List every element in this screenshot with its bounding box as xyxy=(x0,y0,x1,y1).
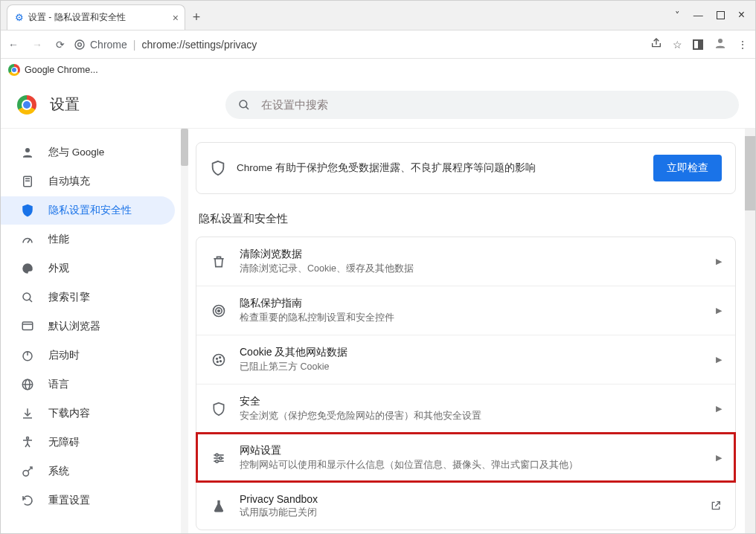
privacy-row-security[interactable]: 安全安全浏览（保护您免受危险网站的侵害）和其他安全设置▶ xyxy=(196,384,735,433)
privacy-row-cookies[interactable]: Cookie 及其他网站数据已阻止第三方 Cookie▶ xyxy=(196,335,735,384)
sidebar-item-search[interactable]: 搜索引擎 xyxy=(1,283,175,312)
chevron-right-icon: ▶ xyxy=(716,404,722,414)
privacy-icon xyxy=(20,204,35,217)
nav-forward-icon: → xyxy=(32,39,42,51)
svg-point-23 xyxy=(218,309,220,312)
sidebar-item-you[interactable]: 您与 Google xyxy=(1,138,175,167)
nav-back-icon[interactable]: ← xyxy=(8,39,19,51)
chrome-badge-icon xyxy=(74,39,86,51)
chevron-right-icon: ▶ xyxy=(716,453,722,463)
window-close-icon[interactable]: × xyxy=(738,8,745,22)
appearance-icon xyxy=(20,262,35,275)
search-input[interactable] xyxy=(260,98,727,112)
sidebar-item-label: 外观 xyxy=(48,262,69,275)
language-icon xyxy=(20,378,35,391)
guide-icon xyxy=(210,303,228,318)
sidebar-item-startup[interactable]: 启动时 xyxy=(1,341,175,370)
shield-icon xyxy=(210,160,226,176)
sidebar-item-label: 重置设置 xyxy=(48,494,90,507)
svg-point-34 xyxy=(216,460,218,462)
privacy-row-guide[interactable]: 隐私保护指南检查重要的隐私控制设置和安全控件▶ xyxy=(196,286,735,335)
sidebar-item-autofill[interactable]: 自动填充 xyxy=(1,167,175,196)
system-icon xyxy=(20,465,35,478)
sidebar-item-a11y[interactable]: 无障碍 xyxy=(1,428,175,457)
bookmark-item[interactable]: Google Chrome... xyxy=(25,65,98,75)
window-titlebar: ⚙ 设置 - 隐私设置和安全性 × + ˅ — × xyxy=(1,1,755,30)
browser-tab-settings[interactable]: ⚙ 设置 - 隐私设置和安全性 × xyxy=(7,4,185,30)
sidebar-item-label: 搜索引擎 xyxy=(48,291,90,304)
safety-banner-text: Chrome 有助于保护您免受数据泄露、不良扩展程序等问题的影响 xyxy=(237,161,536,175)
svg-point-2 xyxy=(718,39,723,43)
chevron-down-icon[interactable]: ˅ xyxy=(675,10,680,21)
svg-point-20 xyxy=(23,471,29,477)
profile-avatar-icon[interactable] xyxy=(714,36,727,52)
main-scrollbar[interactable] xyxy=(745,129,755,533)
chevron-right-icon: ▶ xyxy=(716,355,722,364)
kebab-menu-icon[interactable]: ⋮ xyxy=(737,39,748,51)
sidebar-item-system[interactable]: 系统 xyxy=(1,457,175,486)
chevron-right-icon xyxy=(710,500,722,513)
row-title: Cookie 及其他网站数据 xyxy=(240,346,704,359)
settings-page: 设置 您与 Google自动填充隐私设置和安全性性能外观搜索引擎默认浏览器启动时… xyxy=(1,81,755,533)
clear-icon xyxy=(210,254,228,269)
svg-point-1 xyxy=(78,42,82,46)
page-title: 设置 xyxy=(50,94,80,115)
url-text: chrome://settings/privacy xyxy=(141,39,257,51)
address-bar: ← → ⟳ Chrome | chrome://settings/privacy… xyxy=(1,30,755,59)
row-subtitle: 检查重要的隐私控制设置和安全控件 xyxy=(240,312,704,324)
row-subtitle: 试用版功能已关闭 xyxy=(240,506,698,519)
sidebar-item-language[interactable]: 语言 xyxy=(1,370,175,399)
sidebar-item-downloads[interactable]: 下载内容 xyxy=(1,399,175,428)
svg-rect-12 xyxy=(22,322,33,330)
sidebar-item-label: 启动时 xyxy=(48,349,80,362)
sidebar-item-default[interactable]: 默认浏览器 xyxy=(1,312,175,341)
settings-header: 设置 xyxy=(1,81,755,129)
settings-search[interactable] xyxy=(225,91,739,119)
sidebar-item-perf[interactable]: 性能 xyxy=(1,225,175,254)
row-title: 网站设置 xyxy=(240,444,704,457)
privacy-row-site[interactable]: 网站设置控制网站可以使用和显示什么信息（如位置信息、摄像头、弹出式窗口及其他）▶ xyxy=(196,433,735,482)
svg-line-4 xyxy=(246,106,249,109)
window-maximize-icon[interactable] xyxy=(717,11,725,19)
omnibox[interactable]: Chrome | chrome://settings/privacy xyxy=(74,39,641,51)
safety-check-button[interactable]: 立即检查 xyxy=(653,155,722,181)
sidebar-item-appearance[interactable]: 外观 xyxy=(1,254,175,283)
settings-sidebar: 您与 Google自动填充隐私设置和安全性性能外观搜索引擎默认浏览器启动时语言下… xyxy=(1,129,188,533)
chevron-right-icon: ▶ xyxy=(716,306,722,315)
autofill-icon xyxy=(20,175,35,188)
chevron-right-icon: ▶ xyxy=(716,257,722,266)
sandbox-icon xyxy=(210,499,228,514)
close-tab-icon[interactable]: × xyxy=(173,12,179,24)
perf-icon xyxy=(20,233,35,246)
nav-reload-icon[interactable]: ⟳ xyxy=(56,39,65,51)
sidebar-item-label: 默认浏览器 xyxy=(48,320,100,333)
settings-main: Chrome 有助于保护您免受数据泄露、不良扩展程序等问题的影响 立即检查 隐私… xyxy=(188,129,755,533)
sidebar-item-reset[interactable]: 重置设置 xyxy=(1,486,175,515)
chrome-logo-icon xyxy=(8,64,20,76)
cookies-icon xyxy=(210,353,228,367)
svg-point-27 xyxy=(217,361,219,362)
bookmark-star-icon[interactable]: ☆ xyxy=(673,39,682,51)
chrome-chip-label: Chrome xyxy=(90,39,127,51)
privacy-row-clear[interactable]: 清除浏览数据清除浏览记录、Cookie、缓存及其他数据▶ xyxy=(196,237,735,286)
sidebar-item-privacy[interactable]: 隐私设置和安全性 xyxy=(1,196,175,225)
security-icon xyxy=(210,402,228,416)
sidebar-item-label: 系统 xyxy=(48,465,69,478)
safety-banner: Chrome 有助于保护您免受数据泄露、不良扩展程序等问题的影响 立即检查 xyxy=(196,142,736,194)
svg-point-3 xyxy=(240,100,247,108)
share-icon[interactable] xyxy=(650,37,662,51)
new-tab-button[interactable]: + xyxy=(185,10,208,30)
svg-point-24 xyxy=(214,354,225,365)
privacy-row-sandbox[interactable]: Privacy Sandbox试用版功能已关闭 xyxy=(196,482,735,530)
sidebar-scrollbar[interactable] xyxy=(181,129,188,533)
sidepanel-icon[interactable] xyxy=(693,39,703,50)
sidebar-item-label: 语言 xyxy=(48,378,69,391)
downloads-icon xyxy=(20,407,35,420)
default-icon xyxy=(20,320,35,333)
sidebar-item-label: 下载内容 xyxy=(48,407,90,420)
sidebar-item-label: 性能 xyxy=(48,233,69,246)
window-minimize-icon[interactable]: — xyxy=(693,10,703,21)
row-title: 安全 xyxy=(240,395,704,408)
svg-point-0 xyxy=(75,40,84,49)
sidebar-item-label: 无障碍 xyxy=(48,436,80,449)
